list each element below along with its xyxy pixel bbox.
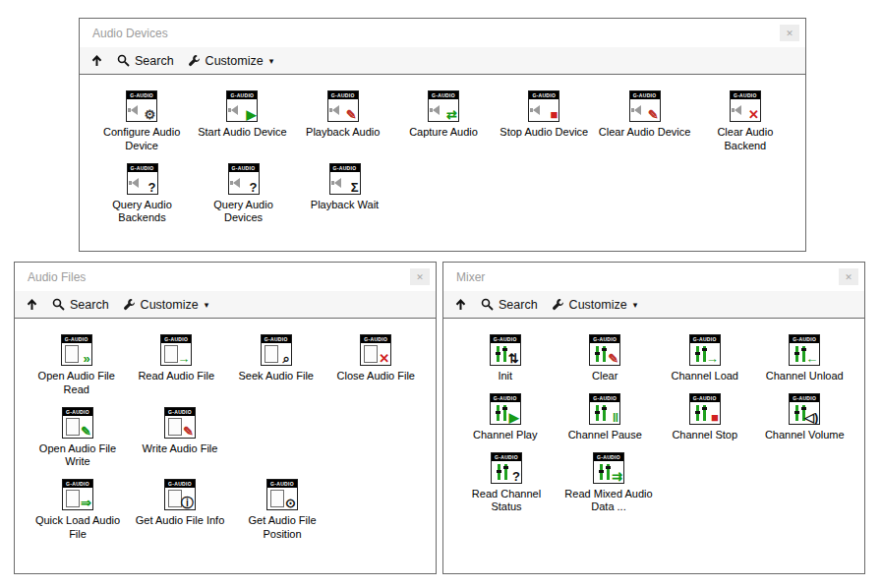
icon-band-label: G-AUDIO xyxy=(165,408,195,416)
palette-item-write-audio-file[interactable]: G-AUDIO✎Write Audio File xyxy=(129,407,231,470)
palette-item-query-audio-devices[interactable]: G-AUDIO?Query Audio Devices xyxy=(193,163,294,226)
search-label: Search xyxy=(70,298,109,312)
up-one-level-button[interactable] xyxy=(454,298,467,311)
palette-item-label: Playback Audio xyxy=(306,126,380,140)
palette-item-playback-wait[interactable]: G-AUDIOΣPlayback Wait xyxy=(294,163,395,226)
icon-band-label: G-AUDIO xyxy=(491,394,520,402)
icon-band-label: G-AUDIO xyxy=(594,453,623,461)
icon-glyph-area: ✕ xyxy=(731,99,760,121)
chevron-down-icon: ▾ xyxy=(633,300,638,310)
palette-item-open-audio-file-read[interactable]: G-AUDIO»Open Audio File Read xyxy=(27,334,127,397)
titlebar[interactable]: Audio Files ✕ xyxy=(15,263,436,291)
close-icon[interactable]: ✕ xyxy=(410,268,430,285)
icon-band-label: G-AUDIO xyxy=(127,91,156,99)
palette-item-read-channel-status[interactable]: G-AUDIO?Read Channel Status xyxy=(455,452,558,515)
up-one-level-button[interactable] xyxy=(90,54,103,67)
chevron-down-icon: ▾ xyxy=(269,56,274,66)
palette-item-start-audio-device[interactable]: G-AUDIO▶Start Audio Device xyxy=(192,90,292,153)
wrench-icon xyxy=(123,298,136,311)
palette-item-label: Channel Play xyxy=(473,429,537,442)
channel-play-icon: G-AUDIO▶ xyxy=(490,393,521,425)
palette-item-channel-volume[interactable]: G-AUDIO◁)Channel Volume xyxy=(755,393,855,442)
search-button[interactable]: Search xyxy=(52,298,109,312)
icon-glyph: ⚙ xyxy=(144,108,155,121)
icon-glyph: ■ xyxy=(711,411,719,424)
palette-item-read-mixed-audio-data[interactable]: G-AUDIO⇉Read Mixed Audio Data ... xyxy=(558,452,660,515)
icon-glyph: ✎ xyxy=(648,108,659,121)
palette-item-read-audio-file[interactable]: G-AUDIO→Read Audio File xyxy=(127,334,227,397)
toolbar: Search Customize ▾ xyxy=(15,291,436,319)
palette-item-quick-load-audio-file[interactable]: G-AUDIO⇒Quick Load Audio File xyxy=(27,479,129,542)
icon-glyph: ⌕ xyxy=(282,352,289,365)
up-arrow-icon xyxy=(26,298,38,311)
palette-item-label: Channel Pause xyxy=(568,429,642,442)
search-button[interactable]: Search xyxy=(117,54,174,68)
palette-item-close-audio-file[interactable]: G-AUDIO✕Close Audio File xyxy=(326,334,427,397)
icon-glyph: ✎ xyxy=(346,108,357,121)
icon-glyph-area: → xyxy=(161,343,191,365)
palette-item-channel-stop[interactable]: G-AUDIO■Channel Stop xyxy=(655,393,755,442)
icon-glyph-area: ◁) xyxy=(790,402,819,424)
palette-item-label: Open Audio File Read xyxy=(28,370,126,397)
icon-glyph-area: ■ xyxy=(529,99,559,121)
icon-band-label: G-AUDIO xyxy=(227,91,257,99)
palette-item-get-audio-file-info[interactable]: G-AUDIOⓘGet Audio File Info xyxy=(129,479,231,542)
window-title: Mixer xyxy=(456,270,839,284)
icon-glyph: » xyxy=(84,352,90,365)
icon-glyph-area: ? xyxy=(492,461,521,483)
icon-glyph: ← xyxy=(805,352,818,365)
close-icon[interactable]: ✕ xyxy=(780,25,799,41)
palette-item-label: Channel Volume xyxy=(765,429,845,442)
palette-row: G-AUDIO»Open Audio File ReadG-AUDIO→Read… xyxy=(27,334,426,397)
icon-band-label: G-AUDIO xyxy=(62,335,91,343)
palette-item-stop-audio-device[interactable]: G-AUDIO■Stop Audio Device xyxy=(494,90,594,153)
palette-window-mixer: Mixer ✕ Search Customize ▾ G-AUDIO⇅InitG… xyxy=(442,262,865,574)
palette-item-query-audio-backends[interactable]: G-AUDIO?Query Audio Backends xyxy=(91,163,193,226)
palette-item-label: Get Audio File Info xyxy=(136,514,225,528)
up-one-level-button[interactable] xyxy=(26,298,38,311)
palette-window-audio-devices: Audio Devices ✕ Search Customize ▾ G-AUD… xyxy=(79,18,806,252)
customize-button[interactable]: Customize ▾ xyxy=(123,298,209,312)
read-audio-file-icon: G-AUDIO→ xyxy=(160,334,192,366)
up-arrow-icon xyxy=(454,298,467,311)
close-icon[interactable]: ✕ xyxy=(839,268,858,285)
palette-row: G-AUDIO⚙Configure Audio DeviceG-AUDIO▶St… xyxy=(91,90,795,153)
titlebar[interactable]: Mixer ✕ xyxy=(443,263,864,291)
icon-glyph: ? xyxy=(250,181,258,194)
palette-item-capture-audio[interactable]: G-AUDIO⇄Capture Audio xyxy=(393,90,494,153)
palette-item-channel-pause[interactable]: G-AUDIO‖Channel Pause xyxy=(556,393,656,442)
customize-button[interactable]: Customize ▾ xyxy=(552,298,638,312)
search-button[interactable]: Search xyxy=(481,298,538,312)
palette-row: G-AUDIO✎Open Audio File WriteG-AUDIO✎Wri… xyxy=(27,407,426,470)
palette-item-label: Close Audio File xyxy=(337,370,416,383)
palette-item-channel-load[interactable]: G-AUDIO→Channel Load xyxy=(655,334,755,383)
customize-button[interactable]: Customize ▾ xyxy=(188,54,274,68)
icon-glyph: ? xyxy=(512,470,520,483)
icon-glyph-area: ⚙ xyxy=(127,99,156,121)
capture-audio-icon: G-AUDIO⇄ xyxy=(428,90,459,122)
palette-item-init[interactable]: G-AUDIO⇅Init xyxy=(455,334,556,383)
palette-item-label: Clear Audio Device xyxy=(599,126,691,140)
titlebar[interactable]: Audio Devices ✕ xyxy=(80,19,805,47)
icon-glyph: ⊙ xyxy=(285,497,296,509)
palette-item-seek-audio-file[interactable]: G-AUDIO⌕Seek Audio File xyxy=(226,334,326,397)
icon-glyph-area: → xyxy=(690,343,720,365)
palette-item-configure-audio-device[interactable]: G-AUDIO⚙Configure Audio Device xyxy=(91,90,192,153)
icon-band-label: G-AUDIO xyxy=(63,480,92,488)
icon-glyph-area: ■ xyxy=(690,402,720,424)
palette-item-clear[interactable]: G-AUDIO✎Clear xyxy=(556,334,656,383)
palette-item-channel-play[interactable]: G-AUDIO▶Channel Play xyxy=(455,393,556,442)
palette-item-playback-audio[interactable]: G-AUDIO✎Playback Audio xyxy=(293,90,393,153)
palette-item-clear-audio-device[interactable]: G-AUDIO✎Clear Audio Device xyxy=(594,90,694,153)
channel-pause-icon: G-AUDIO‖ xyxy=(589,393,620,425)
palette-item-label: Init xyxy=(498,370,512,383)
palette-item-get-audio-file-position[interactable]: G-AUDIO⊙Get Audio File Position xyxy=(231,479,333,542)
close-audio-file-icon: G-AUDIO✕ xyxy=(360,334,391,366)
palette-item-label: Stop Audio Device xyxy=(500,126,588,140)
icon-glyph-area: ⇉ xyxy=(594,461,623,483)
palette-item-clear-audio-backend[interactable]: G-AUDIO✕Clear Audio Backend xyxy=(695,90,795,153)
icon-glyph-area: ⓘ xyxy=(165,488,195,509)
palette-item-open-audio-file-write[interactable]: G-AUDIO✎Open Audio File Write xyxy=(27,407,129,470)
playback-wait-icon: G-AUDIOΣ xyxy=(329,163,361,195)
palette-item-channel-unload[interactable]: G-AUDIO←Channel Unload xyxy=(755,334,855,383)
